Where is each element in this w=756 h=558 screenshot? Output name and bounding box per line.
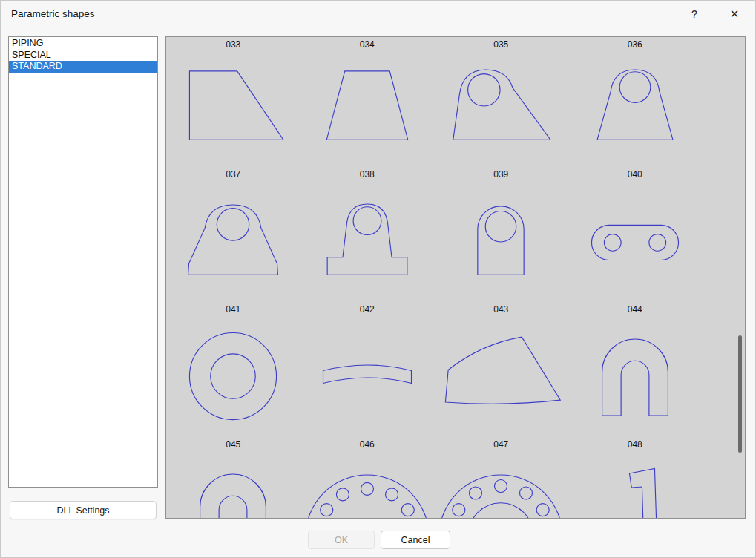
- shape-cell-048[interactable]: 048: [568, 321, 703, 456]
- titlebar: Parametric shapes ? ✕: [1, 1, 755, 29]
- curved-strip-icon: [304, 321, 430, 433]
- shape-label: 040: [628, 163, 642, 186]
- close-icon[interactable]: ✕: [723, 3, 746, 25]
- slanted-plate-icon: [170, 51, 296, 163]
- shapes-panel: 033 034 035 036 037: [165, 36, 746, 519]
- shape-label: 041: [226, 298, 240, 321]
- cancel-button[interactable]: Cancel: [381, 531, 450, 549]
- offset-bracket-icon: [572, 456, 698, 519]
- shape-label: 035: [434, 39, 568, 51]
- shape-cell-037[interactable]: 037: [166, 51, 300, 186]
- shape-cell-039[interactable]: 039: [434, 51, 568, 186]
- shape-row: 045 046 047: [166, 321, 702, 456]
- shape-cell-partial-3[interactable]: [434, 456, 568, 519]
- shape-label: 044: [628, 298, 642, 321]
- help-icon[interactable]: ?: [683, 3, 706, 25]
- scrollbar-thumb[interactable]: [738, 335, 742, 453]
- shape-row: 037 038: [166, 51, 702, 186]
- u-bracket-icon: [170, 456, 296, 519]
- shape-label: 047: [493, 433, 508, 456]
- shape-cell-042[interactable]: 042: [300, 186, 435, 321]
- shape-cell-040[interactable]: 040: [568, 51, 703, 186]
- shape-label: 036: [568, 39, 703, 51]
- flanged-lug-icon: [304, 186, 430, 298]
- dll-settings-button[interactable]: DLL Settings: [10, 501, 157, 519]
- shape-label: 033: [166, 39, 300, 51]
- shape-label: 042: [360, 298, 375, 321]
- shape-label: 039: [493, 163, 508, 186]
- bell-lug-icon: [170, 186, 296, 298]
- u-bracket-icon: [572, 321, 698, 433]
- shape-label: 034: [300, 39, 435, 51]
- sidebar-item-piping[interactable]: PIPING: [9, 38, 157, 50]
- shape-label: 046: [360, 433, 375, 456]
- category-listbox: PIPING SPECIAL STANDARD: [8, 36, 158, 488]
- round-top-lug-icon: [438, 186, 564, 298]
- shape-cell-041[interactable]: 041: [166, 186, 300, 321]
- shape-label: 043: [493, 298, 508, 321]
- shape-label: 038: [360, 163, 375, 186]
- shape-row: 041 042: [166, 186, 702, 321]
- top-labels-row: 033 034 035 036: [166, 39, 702, 51]
- sidebar-item-standard[interactable]: STANDARD: [9, 61, 157, 73]
- ring-icon: [170, 321, 296, 433]
- shape-cell-partial-2[interactable]: [300, 456, 435, 519]
- shape-cell-044[interactable]: 044: [568, 186, 703, 321]
- slotted-link-icon: [572, 186, 698, 298]
- shape-row-partial: [166, 456, 702, 519]
- gusset-lug-icon: [438, 51, 564, 163]
- shape-cell-partial-1[interactable]: [166, 456, 300, 519]
- dialog-title: Parametric shapes: [11, 8, 95, 19]
- bored-bolt-flange-icon: [438, 456, 564, 519]
- shape-cell-043[interactable]: 043: [434, 186, 568, 321]
- curved-wedge-icon: [438, 321, 564, 433]
- shape-cell-partial-4[interactable]: [568, 456, 703, 519]
- ok-button[interactable]: OK: [308, 531, 375, 549]
- shape-label: 048: [628, 433, 642, 456]
- bolt-flange-icon: [304, 456, 430, 519]
- shape-label: 037: [226, 163, 240, 186]
- shape-cell-047[interactable]: 047: [434, 321, 568, 456]
- trapezoid-plate-icon: [304, 51, 430, 163]
- sidebar-item-special[interactable]: SPECIAL: [9, 50, 157, 62]
- shape-cell-045[interactable]: 045: [166, 321, 300, 456]
- parametric-shapes-dialog: Parametric shapes ? ✕ PIPING SPECIAL STA…: [0, 0, 756, 558]
- shape-cell-038[interactable]: 038: [300, 51, 435, 186]
- shape-label: 045: [226, 433, 240, 456]
- tapered-lug-icon: [572, 51, 698, 163]
- shape-grid: 037 038: [166, 51, 702, 519]
- shape-cell-046[interactable]: 046: [300, 321, 435, 456]
